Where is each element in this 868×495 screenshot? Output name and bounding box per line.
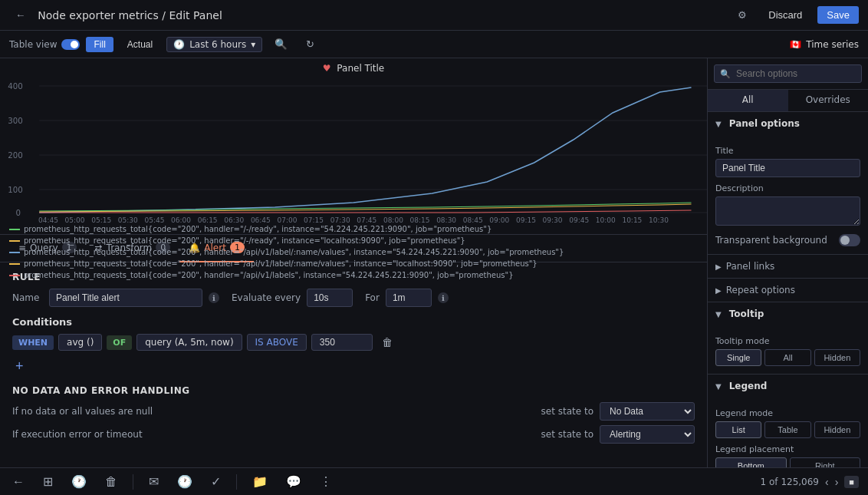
panel-links-header[interactable]: ▶ Panel links	[708, 255, 868, 278]
clock-button[interactable]: 🕐	[68, 471, 90, 492]
folder-button[interactable]: 📁	[249, 471, 271, 492]
zoom-icon: 🔍	[275, 38, 288, 50]
chart-legend: prometheus_http_requests_total{code="200…	[0, 220, 707, 284]
settings-button[interactable]: ⚙	[732, 6, 753, 24]
right-panel: 🔍 All Overrides ▼ Panel options Title De…	[707, 58, 868, 495]
legend-hidden-button[interactable]: Hidden	[814, 421, 860, 438]
toggle-switch[interactable]	[61, 39, 80, 50]
for-label: For	[365, 292, 380, 303]
panel-title-input[interactable]	[715, 159, 860, 177]
query-select[interactable]: query (A, 5m, now)	[136, 334, 242, 351]
func-select[interactable]: avg ()	[58, 334, 102, 351]
no-data-select[interactable]: No Data Alerting OK Keep Last State	[600, 402, 695, 421]
legend-item: prometheus_http_requests_total{code="200…	[9, 223, 698, 235]
add-condition-button[interactable]: +	[12, 357, 27, 376]
description-textarea[interactable]	[715, 196, 860, 226]
tooltip-title: Tooltip	[729, 309, 764, 319]
zoom-out-button[interactable]: 🔍	[268, 35, 294, 53]
prev-page-button[interactable]: ‹	[825, 476, 829, 488]
no-data-label: If no data or all values are null	[12, 406, 535, 417]
exec-error-row: If execution error or timeout set state …	[12, 425, 695, 444]
pagination-text: 1 of 125,069	[761, 477, 819, 487]
collapse-icon: ▼	[715, 120, 722, 128]
x-label: 07:45	[357, 216, 376, 224]
legend-mode-buttons: List Table Hidden	[715, 421, 860, 438]
discard-button[interactable]: Discard	[759, 6, 811, 24]
rule-row: Name ℹ Evaluate every For ℹ	[12, 289, 695, 307]
legend-color	[9, 263, 20, 265]
legend-text: prometheus_http_requests_total{code="200…	[24, 258, 538, 269]
x-label: 05:15	[91, 216, 111, 224]
bottom-bar: ← ⊞ 🕐 🗑 ✉ 🕐 ✓ 📁 💬 ⋮ 1 of 125,069 ‹ › ■	[0, 467, 868, 495]
panel-options-header[interactable]: ▼ Panel options	[708, 112, 868, 135]
tooltip-single-button[interactable]: Single	[715, 349, 761, 366]
next-page-button[interactable]: ›	[835, 476, 839, 488]
threshold-input[interactable]	[311, 334, 373, 351]
trash-button[interactable]: 🗑	[102, 472, 120, 492]
nav-back-button[interactable]: ←	[9, 472, 28, 492]
eval-input[interactable]	[307, 289, 353, 307]
x-label: 07:00	[277, 216, 297, 224]
conditions-title: Conditions	[12, 316, 695, 328]
x-label: 09:30	[543, 216, 563, 224]
repeat-options-label: Repeat options	[726, 285, 795, 295]
legend-table-button[interactable]: Table	[764, 421, 810, 438]
for-input[interactable]	[386, 289, 432, 307]
legend-list-button[interactable]: List	[715, 421, 761, 438]
chat-button[interactable]: 💬	[283, 471, 304, 492]
history-button[interactable]: 🕐	[174, 471, 196, 492]
search-input[interactable]	[714, 64, 862, 83]
is-above-select[interactable]: IS ABOVE	[247, 334, 307, 351]
save-button[interactable]: Save	[817, 6, 859, 24]
heart-icon: ♥	[323, 63, 331, 74]
check-button[interactable]: ✓	[208, 471, 224, 492]
view-mode-button[interactable]: ■	[844, 476, 859, 488]
no-data-section: No data and error handling If no data or…	[12, 385, 695, 444]
x-label: 07:15	[304, 216, 324, 224]
rule-name-input[interactable]	[49, 289, 202, 307]
panel-options-title: Panel options	[729, 118, 800, 129]
delete-condition-button[interactable]: 🗑	[377, 334, 397, 351]
x-label: 08:45	[463, 216, 483, 224]
tooltip-all-button[interactable]: All	[764, 349, 810, 366]
exec-error-label: If execution error or timeout	[12, 429, 535, 440]
time-range-label: Last 6 hours	[189, 39, 246, 50]
actual-button[interactable]: Actual	[120, 37, 160, 52]
x-label: 06:15	[198, 216, 218, 224]
tooltip-content: Tooltip mode Single All Hidden	[708, 325, 868, 374]
legend-text: prometheus_http_requests_total{code="200…	[24, 235, 465, 246]
time-range-picker[interactable]: 🕐 Last 6 hours ▾	[166, 37, 262, 52]
x-label: 09:45	[569, 216, 589, 224]
x-label: 04:45	[38, 216, 58, 224]
transparent-label: Transparent background	[715, 235, 827, 246]
refresh-button[interactable]: ↻	[300, 35, 321, 53]
chart-title-row: ♥ Panel Title	[0, 58, 707, 78]
legend-color	[9, 275, 20, 276]
x-label: 10:15	[622, 216, 642, 224]
chart-svg: 400 300 200 100 0 04:45 0	[0, 78, 707, 220]
mail-button[interactable]: ✉	[146, 471, 162, 492]
tooltip-hidden-button[interactable]: Hidden	[814, 349, 860, 366]
divider	[133, 474, 133, 490]
back-button[interactable]: ←	[9, 6, 31, 24]
legend-placement-label: Legend placement	[715, 444, 860, 454]
exec-select[interactable]: Alerting Keep Last State OK	[600, 425, 695, 444]
svg-text:200: 200	[8, 151, 23, 160]
tooltip-mode-buttons: Single All Hidden	[715, 349, 860, 366]
repeat-options-header[interactable]: ▶ Repeat options	[708, 279, 868, 302]
dashboard-button[interactable]: ⊞	[40, 471, 56, 492]
tooltip-header[interactable]: ▼ Tooltip	[708, 302, 868, 325]
main-content: ♥ Panel Title 400 300 200 100 0	[0, 58, 868, 495]
svg-text:400: 400	[8, 82, 23, 91]
fill-button[interactable]: Fill	[86, 37, 113, 52]
panel-options-content: Title Description Transparent background	[708, 135, 868, 254]
legend-header[interactable]: ▼ Legend	[708, 375, 868, 398]
tab-overrides[interactable]: Overrides	[788, 90, 869, 111]
more-button[interactable]: ⋮	[317, 471, 335, 492]
transparent-switch[interactable]	[839, 234, 860, 246]
no-data-title: No data and error handling	[12, 385, 695, 396]
tab-all[interactable]: All	[708, 90, 788, 111]
table-view-toggle[interactable]: Table view	[9, 39, 80, 50]
collapse-icon: ▼	[715, 310, 722, 318]
no-data-row: If no data or all values are null set st…	[12, 402, 695, 421]
